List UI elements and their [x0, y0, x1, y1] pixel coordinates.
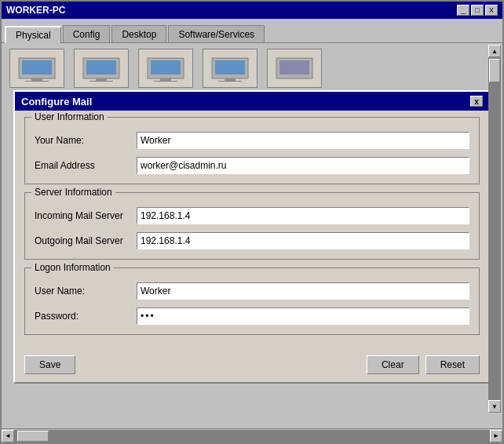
- window-title: WORKER-PC: [6, 5, 65, 16]
- incoming-mail-row: Incoming Mail Server: [35, 207, 469, 224]
- reset-button[interactable]: Reset: [425, 355, 480, 374]
- svg-rect-3: [25, 81, 49, 82]
- server-information-section: Server Information Incoming Mail Server …: [24, 192, 480, 260]
- user-information-section: User Information Your Name: Email Addres…: [24, 117, 480, 184]
- svg-rect-13: [215, 60, 245, 75]
- vertical-scrollbar[interactable]: ▲ ▼: [488, 45, 501, 413]
- svg-rect-5: [86, 60, 116, 75]
- scroll-down-arrow[interactable]: ▼: [488, 400, 501, 413]
- minimize-button[interactable]: _: [457, 5, 469, 16]
- device-icon-2: [82, 55, 121, 82]
- right-buttons: Clear Reset: [367, 355, 480, 374]
- your-name-row: Your Name:: [35, 132, 469, 149]
- tab-physical[interactable]: Physical: [5, 26, 61, 43]
- thumbnail-2: [74, 49, 129, 88]
- your-name-label: Your Name:: [35, 135, 137, 146]
- svg-rect-10: [160, 78, 171, 81]
- thumbnail-5: [267, 49, 322, 88]
- incoming-mail-input[interactable]: [137, 207, 469, 224]
- svg-rect-17: [279, 60, 309, 75]
- svg-rect-9: [151, 60, 181, 75]
- thumbnail-3: [138, 49, 193, 88]
- svg-rect-1: [22, 60, 52, 75]
- maximize-button[interactable]: □: [471, 5, 484, 16]
- clear-button[interactable]: Clear: [367, 355, 419, 374]
- svg-rect-6: [96, 78, 107, 81]
- main-window: WORKER-PC _ □ X Physical Config Desktop …: [0, 0, 504, 444]
- dialog-close-button[interactable]: x: [470, 96, 483, 107]
- svg-rect-2: [31, 78, 42, 81]
- dialog-title: Configure Mail: [21, 96, 92, 107]
- svg-rect-11: [154, 81, 177, 82]
- device-icon-5: [275, 55, 314, 82]
- password-label: Password:: [35, 311, 137, 322]
- email-row: Email Address: [35, 157, 469, 174]
- logon-information-section: Logon Information User Name: Password:: [24, 267, 480, 335]
- password-input[interactable]: [137, 308, 469, 325]
- title-bar: WORKER-PC _ □ X: [2, 2, 502, 19]
- scroll-left-arrow[interactable]: ◄: [2, 430, 14, 442]
- device-icon-4: [210, 55, 250, 82]
- close-button[interactable]: X: [485, 5, 498, 16]
- tab-desktop[interactable]: Desktop: [111, 25, 166, 42]
- logon-info-legend: Logon Information: [31, 262, 114, 273]
- svg-rect-14: [225, 78, 236, 81]
- logon-username-row: User Name:: [35, 282, 469, 300]
- window-controls: _ □ X: [457, 5, 498, 16]
- horizontal-scrollbar-bar: ◄ ►: [2, 428, 502, 442]
- device-icon-1: [17, 55, 57, 82]
- save-button[interactable]: Save: [24, 355, 75, 374]
- dialog-body: User Information Your Name: Email Addres…: [15, 111, 489, 349]
- scroll-track-v: [488, 57, 501, 400]
- thumbnail-4: [203, 49, 257, 88]
- outgoing-mail-row: Outgoing Mail Server: [35, 232, 469, 249]
- logon-username-input[interactable]: [137, 282, 469, 300]
- scroll-right-arrow[interactable]: ►: [490, 430, 502, 442]
- email-label: Email Address: [35, 160, 137, 171]
- logon-username-label: User Name:: [35, 286, 137, 297]
- configure-mail-dialog: Configure Mail x User Information Your N…: [13, 90, 491, 384]
- thumbnail-1: [9, 49, 64, 88]
- thumbnail-strip: [3, 45, 501, 92]
- your-name-input[interactable]: [137, 132, 469, 149]
- outgoing-mail-label: Outgoing Mail Server: [35, 235, 137, 246]
- dialog-title-bar: Configure Mail x: [15, 92, 489, 111]
- tab-config[interactable]: Config: [63, 25, 111, 42]
- dialog-button-row: Save Clear Reset: [15, 349, 489, 374]
- scroll-thumb-h[interactable]: [17, 431, 49, 442]
- incoming-mail-label: Incoming Mail Server: [35, 210, 137, 221]
- user-info-legend: User Information: [31, 111, 108, 122]
- scroll-up-arrow[interactable]: ▲: [488, 45, 501, 57]
- server-info-legend: Server Information: [31, 187, 115, 198]
- scroll-thumb-v[interactable]: [489, 59, 500, 82]
- email-input[interactable]: [137, 157, 469, 174]
- svg-rect-7: [89, 81, 113, 82]
- outgoing-mail-input[interactable]: [137, 232, 469, 249]
- device-icon-3: [146, 55, 185, 82]
- tabs-bar: Physical Config Desktop Software/Service…: [2, 19, 502, 42]
- svg-rect-15: [218, 81, 242, 82]
- tab-software-services[interactable]: Software/Services: [168, 25, 265, 42]
- content-area: Configure Mail x User Information Your N…: [2, 42, 502, 428]
- password-row: Password:: [35, 308, 469, 325]
- scroll-track-h: [14, 430, 490, 442]
